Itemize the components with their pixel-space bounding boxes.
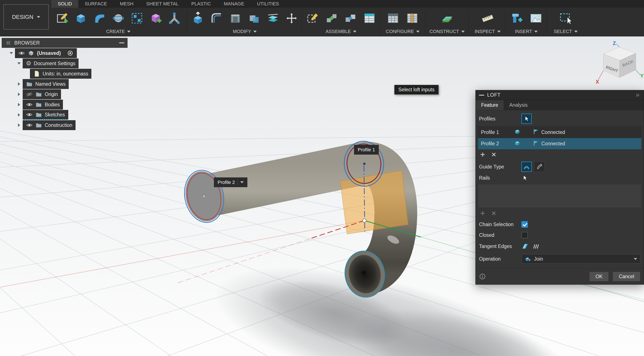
visibility-eye-icon[interactable]: [26, 122, 33, 129]
collapse-panel-icon[interactable]: [5, 40, 12, 46]
closed-checkbox[interactable]: [522, 232, 528, 238]
info-icon[interactable]: [479, 273, 486, 280]
tool-measure-icon[interactable]: [478, 9, 496, 27]
group-label-assemble[interactable]: ASSEMBLE: [304, 29, 378, 34]
browser-item-sketches[interactable]: Sketches: [23, 110, 68, 120]
guide-type-centerline-button[interactable]: [534, 162, 544, 172]
viewcube-z-axis-label: Z: [613, 41, 616, 46]
browser-item-origin[interactable]: Origin: [23, 89, 61, 99]
activate-component-radio-icon[interactable]: [67, 50, 74, 57]
profile2-label-chip[interactable]: Profile 2: [214, 177, 247, 187]
tool-move-copy-icon[interactable]: [283, 9, 300, 27]
tool-configure-icon[interactable]: [384, 9, 402, 27]
expand-collapse-icon[interactable]: [16, 123, 23, 127]
design-workspace-button[interactable]: DESIGN: [4, 4, 49, 30]
browser-item-bodies[interactable]: Bodies: [23, 100, 63, 109]
tool-rectangular-pattern-icon[interactable]: [128, 9, 146, 27]
loft-tab-analysis[interactable]: Analysis: [504, 100, 533, 110]
tool-configuration-table-icon[interactable]: [403, 9, 421, 27]
remove-rail-icon-disabled[interactable]: [490, 210, 497, 217]
tool-split-body-icon[interactable]: [264, 9, 282, 27]
tool-as-built-joint-icon[interactable]: [342, 9, 360, 27]
tool-box-icon[interactable]: [72, 9, 90, 27]
expand-collapse-icon[interactable]: [8, 52, 15, 54]
tangent-edges-merged-icon[interactable]: [522, 243, 529, 250]
tool-insert-derive-icon[interactable]: [508, 9, 526, 27]
add-profile-icon[interactable]: [480, 151, 486, 158]
profile-row-status: Connected: [541, 129, 565, 135]
origin-marker[interactable]: [363, 219, 366, 223]
minimize-browser-icon[interactable]: [119, 43, 124, 43]
group-label-insert[interactable]: INSERT: [508, 29, 545, 34]
tool-create-sketch-icon[interactable]: [54, 9, 71, 27]
remove-profile-icon[interactable]: [490, 151, 497, 158]
loft-dialog-header[interactable]: LOFT: [476, 90, 644, 100]
expand-collapse-icon[interactable]: [16, 103, 23, 106]
browser-item-units[interactable]: Units: in, ouncemass: [30, 69, 91, 79]
guide-type-guides-button[interactable]: [522, 162, 532, 172]
tab-surface[interactable]: SURFACE: [78, 0, 114, 8]
chevron-down-icon[interactable]: [240, 181, 244, 183]
profile1-label-chip[interactable]: Profile 1: [354, 145, 379, 154]
tool-new-component-icon[interactable]: [304, 9, 322, 27]
tool-construction-plane-icon[interactable]: [438, 9, 456, 27]
add-rail-icon-disabled[interactable]: [480, 210, 486, 217]
visibility-eye-icon[interactable]: [18, 50, 25, 57]
group-assemble-text: ASSEMBLE: [326, 29, 351, 34]
collapse-dialog-icon[interactable]: [479, 95, 484, 96]
visibility-eye-icon[interactable]: [26, 111, 33, 118]
tool-combine-icon[interactable]: [246, 9, 263, 27]
tangent-edges-split-icon[interactable]: [532, 243, 540, 250]
tool-press-pull-icon[interactable]: [189, 9, 207, 27]
tab-utilities[interactable]: UTILITIES: [250, 0, 286, 8]
chain-selection-checkbox[interactable]: [522, 221, 528, 228]
group-label-create[interactable]: CREATE: [54, 29, 183, 34]
dock-arrows-icon[interactable]: [635, 92, 640, 98]
tab-sheet-metal[interactable]: SHEET METAL: [140, 0, 185, 8]
browser-item-document-settings[interactable]: ⚙ Document Settings: [23, 59, 78, 68]
profile1-center-point[interactable]: [363, 163, 366, 165]
rails-list-empty[interactable]: [478, 184, 642, 208]
browser-item-unsaved[interactable]: (Unsaved): [15, 48, 77, 58]
group-label-select[interactable]: SELECT: [548, 29, 583, 34]
group-label-modify[interactable]: MODIFY: [189, 29, 300, 34]
visibility-eye-off-icon[interactable]: [26, 91, 33, 98]
tool-shell-icon[interactable]: [226, 9, 244, 27]
tool-sweep-icon[interactable]: [91, 9, 108, 27]
tool-revolve-icon[interactable]: [110, 9, 127, 27]
expand-collapse-icon[interactable]: [16, 93, 23, 96]
profile-row-1[interactable]: Profile 1 Connected: [478, 127, 642, 138]
tool-pipe-icon[interactable]: [166, 9, 183, 27]
expand-collapse-icon[interactable]: [16, 82, 23, 86]
tool-create-form-icon[interactable]: [147, 9, 164, 27]
visibility-eye-icon[interactable]: [26, 101, 33, 108]
cancel-button[interactable]: Cancel: [612, 272, 640, 281]
rails-cursor-arrow-icon[interactable]: [522, 174, 528, 181]
bottom-center-point[interactable]: [362, 271, 366, 275]
tab-manage[interactable]: MANAGE: [218, 0, 250, 8]
cursor-arrow-icon: [523, 115, 530, 122]
tab-plastic[interactable]: PLASTIC: [185, 0, 218, 8]
loft-tab-feature[interactable]: Feature: [476, 100, 504, 110]
tool-bom-icon[interactable]: [361, 9, 378, 27]
expand-collapse-icon[interactable]: [16, 62, 23, 65]
viewcube[interactable]: RIGHT BACK Z X Y: [595, 41, 644, 87]
tab-solid[interactable]: SOLID: [51, 0, 78, 8]
group-label-construct[interactable]: CONSTRUCT: [427, 29, 467, 34]
group-label-configure[interactable]: CONFIGURE: [382, 29, 423, 34]
ok-button[interactable]: OK: [589, 272, 609, 281]
tool-joint-icon[interactable]: [323, 9, 340, 27]
browser-item-named-views[interactable]: Named Views: [23, 79, 69, 89]
browser-item-label: Bodies: [45, 102, 60, 108]
tab-mesh[interactable]: MESH: [114, 0, 140, 8]
browser-item-construction[interactable]: Construction: [23, 120, 76, 130]
operation-dropdown[interactable]: Join: [522, 254, 640, 264]
tool-canvas-icon[interactable]: [527, 9, 545, 27]
expand-collapse-icon[interactable]: [16, 113, 23, 117]
tool-select-window-icon[interactable]: [557, 9, 575, 27]
profile-row-2[interactable]: Profile 2 Connected: [478, 138, 642, 149]
guide-type-label: Guide Type: [479, 164, 522, 170]
group-label-inspect[interactable]: INSPECT: [470, 29, 505, 34]
tool-fillet-icon[interactable]: [208, 9, 226, 27]
profiles-select-button[interactable]: [522, 114, 532, 124]
